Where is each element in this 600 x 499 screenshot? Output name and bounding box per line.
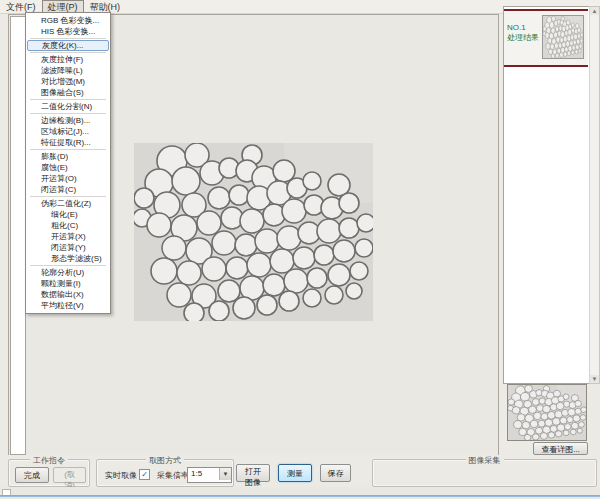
group-capture-mode: 取图方式 实时取像 ✓ 采集倍率: 1:5 ▼ (96, 459, 234, 487)
menu-separator (30, 38, 106, 39)
group-acquire-caption: 图像采集 (466, 455, 504, 466)
menu-item-3[interactable]: 灰度化(K)... (27, 40, 109, 51)
menu-item-24[interactable]: 开运算(X) (27, 231, 109, 242)
magnification-select[interactable]: 1:5 ▼ (187, 467, 232, 483)
menu-item-17[interactable]: 腐蚀(E) (27, 162, 109, 173)
menu-item-21[interactable]: 伪彩二值化(Z) (27, 198, 109, 209)
menu-item-26[interactable]: 形态学滤波(S) (27, 253, 109, 264)
menu-item-28[interactable]: 轮廓分析(U) (27, 267, 109, 278)
menu-item-25[interactable]: 闭运算(Y) (27, 242, 109, 253)
preview-thumbnail[interactable] (508, 385, 586, 440)
menu-item-23[interactable]: 粗化(C) (27, 220, 109, 231)
status-accent-line (0, 495, 600, 497)
result-item-thumbnail[interactable] (542, 15, 584, 59)
preview-thumbnail-box (507, 384, 587, 441)
menu-item-12[interactable]: 边缘检测(B)... (27, 115, 109, 126)
menu-item-18[interactable]: 开运算(O) (27, 173, 109, 184)
menu-item-5[interactable]: 灰度拉伸(F) (27, 54, 109, 65)
group-command: 工作指令 完成 (取消) (8, 459, 90, 487)
scroll-up-icon[interactable]: ▲ (590, 7, 599, 15)
status-bar (0, 487, 600, 499)
result-item-label: NO.1 处理结果 (507, 23, 541, 43)
menu-item-16[interactable]: 膨胀(D) (27, 151, 109, 162)
group-capture-caption: 取图方式 (146, 455, 184, 466)
result-item-line1: NO.1 (507, 23, 541, 33)
result-list[interactable]: NO.1 处理结果 (503, 6, 591, 384)
menu-separator (30, 265, 106, 266)
mid-button-2[interactable]: 保存 (320, 464, 351, 482)
view-detail-button[interactable]: 查看详图... (533, 442, 588, 455)
menu-item-19[interactable]: 闭运算(C) (27, 184, 109, 195)
magnification-value: 1:5 (191, 469, 202, 478)
menu-item-22[interactable]: 细化(E) (27, 209, 109, 220)
menu-item-0[interactable]: RGB 色彩变换... (27, 15, 109, 26)
menu-item-31[interactable]: 平均粒径(V) (27, 300, 109, 311)
menu-item-14[interactable]: 特征提取(R)... (27, 137, 109, 148)
menu-separator (30, 52, 106, 53)
group-image-acquire: 图像采集 原图⊞1:1⟳全图连续采集暂停单帧停止 (372, 459, 597, 487)
cancel-button[interactable]: (取消) (53, 467, 86, 483)
combo-arrow-icon[interactable]: ▼ (219, 468, 231, 480)
result-list-item-selected[interactable]: NO.1 处理结果 (504, 9, 588, 67)
scroll-down-icon[interactable]: ▼ (590, 375, 599, 383)
live-capture-checkbox[interactable]: ✓ (139, 469, 150, 480)
menu-item-8[interactable]: 图像融合(S) (27, 87, 109, 98)
micrograph-image (134, 143, 373, 321)
bottom-toolbar: 工作指令 完成 (取消) 取图方式 实时取像 ✓ 采集倍率: 1:5 ▼ 图像采… (0, 455, 600, 487)
menu-item-29[interactable]: 颗粒测量(I) (27, 278, 109, 289)
group-command-caption: 工作指令 (30, 455, 68, 466)
menu-item-13[interactable]: 区域标记(J)... (27, 126, 109, 137)
finish-button[interactable]: 完成 (15, 467, 49, 483)
menu-separator (30, 196, 106, 197)
menu-item-30[interactable]: 数据输出(X) (27, 289, 109, 300)
menu-item-1[interactable]: HIS 色彩变换... (27, 26, 109, 37)
menu-item-7[interactable]: 对比增强(M) (27, 76, 109, 87)
menu-item-6[interactable]: 滤波降噪(L) (27, 65, 109, 76)
left-panel (10, 16, 26, 455)
result-list-scrollbar[interactable]: ▲ ▼ (589, 6, 600, 384)
mid-button-1[interactable]: 测量 (278, 464, 312, 482)
app-window: 文件(F)处理(P)帮助(H) RGB 色彩变换...HIS 色彩变换...灰度… (0, 0, 600, 499)
live-capture-label: 实时取像 (105, 470, 137, 481)
result-item-line2: 处理结果 (507, 33, 541, 43)
menu-separator (30, 149, 106, 150)
menu-separator (30, 99, 106, 100)
mid-button-0[interactable]: 打开图像 (236, 464, 270, 482)
processing-menu-dropdown: RGB 色彩变换...HIS 色彩变换...灰度化(K)...灰度拉伸(F)滤波… (25, 12, 111, 314)
menu-separator (30, 113, 106, 114)
menu-item-10[interactable]: 二值化分割(N) (27, 101, 109, 112)
